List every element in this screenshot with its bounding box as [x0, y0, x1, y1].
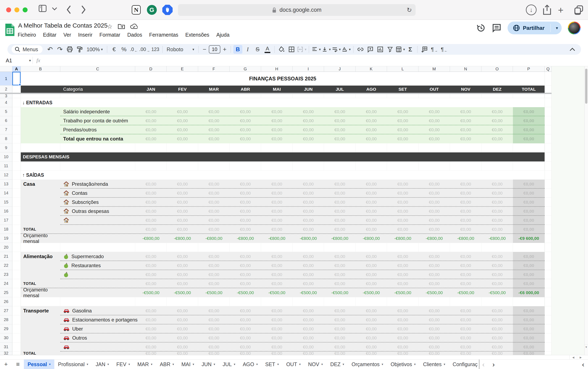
- month-value-cell[interactable]: €0,00: [135, 333, 167, 342]
- text-direction-ltr-icon[interactable]: ¶→: [430, 45, 439, 54]
- month-value-cell[interactable]: €0,00: [481, 134, 513, 143]
- table-shift-icon[interactable]: [420, 45, 429, 54]
- cell[interactable]: [418, 297, 450, 306]
- cell[interactable]: [481, 94, 513, 98]
- month-value-cell[interactable]: €0,00: [167, 306, 198, 315]
- cell-Q12[interactable]: [545, 171, 552, 180]
- month-value-cell[interactable]: €0,00: [324, 125, 356, 134]
- cell-C19[interactable]: [60, 234, 135, 243]
- month-value-cell[interactable]: €0,00: [198, 107, 230, 116]
- row-header-30[interactable]: 30: [0, 333, 12, 342]
- row-header-4[interactable]: 4: [0, 98, 12, 107]
- sheet-tab-nov[interactable]: NOV▾: [304, 359, 327, 369]
- month-value-cell[interactable]: €0,00: [418, 216, 450, 225]
- row-header-2[interactable]: 2: [0, 86, 12, 93]
- cell-C21[interactable]: Supermercado: [60, 252, 135, 261]
- vertical-align-icon[interactable]: ▾: [321, 45, 331, 54]
- month-value-cell[interactable]: €0,00: [198, 252, 230, 261]
- month-value-cell[interactable]: €0,00: [135, 134, 167, 143]
- cell-B31[interactable]: [21, 342, 60, 351]
- month-value-cell[interactable]: €0,00: [293, 198, 324, 207]
- month-value-cell[interactable]: €0,00: [167, 315, 198, 324]
- borders-icon[interactable]: [287, 45, 296, 54]
- month-value-cell[interactable]: €0,00: [261, 279, 293, 288]
- row-header-21[interactable]: 21: [0, 252, 12, 261]
- month-value-cell[interactable]: -€800,00: [481, 234, 513, 243]
- tab-overview-icon[interactable]: [574, 5, 584, 15]
- month-value-cell[interactable]: €0,00: [324, 216, 356, 225]
- cell-A8[interactable]: [12, 134, 21, 143]
- row-header-14[interactable]: 14: [0, 189, 12, 198]
- sheet-tab-menu-icon[interactable]: ▾: [234, 362, 235, 366]
- cell-A27[interactable]: [12, 306, 21, 315]
- cell-B7[interactable]: [21, 125, 60, 134]
- cell[interactable]: [513, 143, 545, 153]
- month-value-cell[interactable]: €0,00: [198, 342, 230, 351]
- month-value-cell[interactable]: -€800,00: [418, 234, 450, 243]
- month-value-cell[interactable]: €0,00: [324, 134, 356, 143]
- cell[interactable]: [198, 143, 230, 153]
- cell-A4[interactable]: [12, 98, 21, 107]
- month-value-cell[interactable]: -€500,00: [387, 288, 418, 297]
- month-value-cell[interactable]: €0,00: [450, 134, 481, 143]
- sheet-tab-profissional[interactable]: Profissional▾: [54, 359, 92, 369]
- column-header-A[interactable]: A: [12, 66, 21, 72]
- star-icon[interactable]: ☆: [107, 23, 113, 30]
- month-value-cell[interactable]: €0,00: [324, 252, 356, 261]
- month-value-cell[interactable]: €0,00: [230, 306, 261, 315]
- cell-A5[interactable]: [12, 107, 21, 116]
- cell-Q11[interactable]: [545, 162, 552, 171]
- month-value-cell[interactable]: €0,00: [356, 270, 387, 279]
- cell-B15[interactable]: [21, 198, 60, 207]
- month-value-cell[interactable]: €0,00: [261, 180, 293, 189]
- month-value-cell[interactable]: €0,00: [167, 116, 198, 125]
- month-value-cell[interactable]: €0,00: [324, 261, 356, 270]
- text-rotation-icon[interactable]: ▾: [341, 45, 351, 54]
- zoom-select[interactable]: 100%▾: [85, 45, 104, 54]
- cell[interactable]: [324, 94, 356, 98]
- sheet-tab-mai[interactable]: MAI▾: [178, 359, 198, 369]
- cell-A32[interactable]: [12, 351, 21, 355]
- month-value-cell[interactable]: €0,00: [481, 324, 513, 333]
- month-value-cell[interactable]: -€500,00: [418, 288, 450, 297]
- account-avatar[interactable]: [568, 21, 581, 34]
- cell-B5[interactable]: [21, 107, 60, 116]
- month-value-cell[interactable]: €0,00: [261, 315, 293, 324]
- close-window-button[interactable]: [6, 7, 11, 12]
- month-value-cell[interactable]: €0,00: [198, 279, 230, 288]
- cell-B16[interactable]: [21, 207, 60, 216]
- month-value-cell[interactable]: €0,00: [450, 189, 481, 198]
- month-value-cell[interactable]: €0,00: [418, 252, 450, 261]
- month-value-cell[interactable]: €0,00: [450, 107, 481, 116]
- month-value-cell[interactable]: -€500,00: [230, 288, 261, 297]
- cell-Q1[interactable]: [545, 72, 552, 86]
- format-percent-button[interactable]: %: [120, 45, 129, 54]
- cell[interactable]: [198, 94, 230, 98]
- row-header-16[interactable]: 16: [0, 207, 12, 216]
- cell-Q4[interactable]: [545, 98, 552, 107]
- month-value-cell[interactable]: €0,00: [135, 342, 167, 351]
- cell[interactable]: [324, 143, 356, 153]
- month-header-cell[interactable]: MAR: [198, 86, 230, 93]
- month-value-cell[interactable]: €0,00: [293, 270, 324, 279]
- cell-B27[interactable]: Transporte: [21, 306, 60, 315]
- month-value-cell[interactable]: €0,00: [230, 225, 261, 234]
- row-header-22[interactable]: 22: [0, 261, 12, 270]
- month-value-cell[interactable]: €0,00: [324, 324, 356, 333]
- cell-A18[interactable]: [12, 225, 21, 234]
- cell[interactable]: [135, 94, 167, 98]
- menu-ficheiro[interactable]: Ficheiro: [18, 32, 36, 38]
- month-value-cell[interactable]: €0,00: [356, 279, 387, 288]
- month-value-cell[interactable]: €0,00: [418, 351, 450, 355]
- sheet-tab-menu-icon[interactable]: ▾: [256, 362, 258, 366]
- cell[interactable]: [60, 243, 135, 252]
- cell[interactable]: [198, 162, 230, 171]
- row-header-25[interactable]: 25: [0, 288, 12, 297]
- month-value-cell[interactable]: €0,00: [450, 333, 481, 342]
- cell[interactable]: [387, 143, 418, 153]
- month-value-cell[interactable]: €0,00: [198, 134, 230, 143]
- month-value-cell[interactable]: €0,00: [324, 207, 356, 216]
- month-value-cell[interactable]: -€800,00: [387, 234, 418, 243]
- month-header-cell[interactable]: FEV: [167, 86, 198, 93]
- column-header-I[interactable]: I: [293, 66, 324, 72]
